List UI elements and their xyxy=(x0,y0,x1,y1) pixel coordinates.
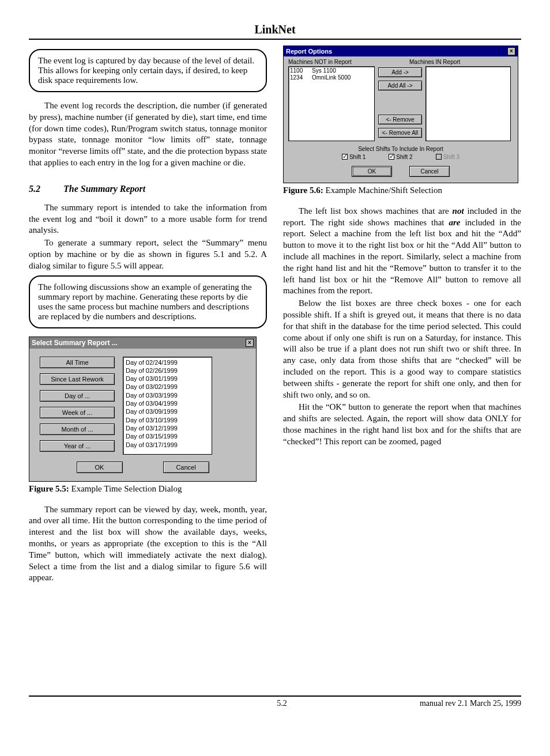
checkbox-icon xyxy=(389,154,394,160)
shift-2-checkbox[interactable]: Shift 2 xyxy=(389,153,412,160)
emphasis-not: not xyxy=(453,206,464,216)
shift-label: Shift 1 xyxy=(349,154,366,160)
list-item[interactable]: 1100 Sys 1100 xyxy=(290,67,373,74)
section-5-2-heading: 5.2The Summary Report xyxy=(29,184,267,194)
figure-5-5-caption: Figure 5.5: Example Time Selection Dialo… xyxy=(29,484,267,494)
time-list[interactable]: Day of 02/24/1999 Day of 02/26/1999 Day … xyxy=(123,357,212,455)
cancel-button[interactable]: Cancel xyxy=(163,462,209,473)
figure-label: Figure 5.5: xyxy=(29,484,69,493)
dialog-title: Report Options xyxy=(286,48,332,55)
list-item[interactable]: 1234 OmniLink 5000 xyxy=(290,74,373,81)
list-item[interactable]: Day of 03/03/1999 xyxy=(126,391,209,399)
callout-event-log: The event log is captured by day because… xyxy=(29,49,267,92)
para-generate-summary: To generate a summary report, select the… xyxy=(29,237,267,271)
page-footer: 5.2 manual rev 2.1 March 25, 1999 xyxy=(29,695,521,708)
machine-desc: OmniLink 5000 xyxy=(312,74,351,81)
shift-label: Shift 2 xyxy=(396,154,412,160)
shifts-label: Select Shifts To Include In Report xyxy=(284,146,518,152)
figure-text: Example Time Selection Dialog xyxy=(69,484,182,493)
para-summary-intent: The summary report is intended to take t… xyxy=(29,202,267,236)
list-item[interactable]: Day of 03/10/1999 xyxy=(126,416,209,424)
figure-5-6-caption: Figure 5.6: Example Machine/Shift Select… xyxy=(283,186,521,195)
header-rule xyxy=(29,39,521,40)
ok-button[interactable]: OK xyxy=(77,462,123,473)
list-item[interactable]: Day of 03/04/1999 xyxy=(126,399,209,407)
text: The left list box shows machines that ar… xyxy=(299,206,453,216)
checkbox-icon xyxy=(436,154,442,160)
list-item[interactable]: Day of 03/01/1999 xyxy=(126,375,209,383)
list-item[interactable]: Day of 03/09/1999 xyxy=(126,407,209,415)
page-number: 5.2 xyxy=(144,699,420,708)
cancel-button[interactable]: Cancel xyxy=(409,166,450,177)
select-summary-report-dialog: Select Summary Report ... × All Time Sin… xyxy=(29,337,257,482)
para-checkboxes: Below the list boxes are three check box… xyxy=(283,298,521,400)
figure-label: Figure 5.6: xyxy=(283,186,323,195)
remove-button[interactable]: <- Remove xyxy=(378,115,422,124)
text: included in the report. Select a machine… xyxy=(283,218,521,296)
dialog-titlebar[interactable]: Select Summary Report ... × xyxy=(29,337,256,349)
list-item[interactable]: Day of 03/15/1999 xyxy=(126,432,209,440)
manual-revision: manual rev 2.1 March 25, 1999 xyxy=(420,699,521,708)
remove-all-button[interactable]: <- Remove All xyxy=(378,128,422,138)
add-all-button[interactable]: Add All -> xyxy=(378,81,422,90)
page-title: LinkNet xyxy=(29,23,521,36)
day-of-button[interactable]: Day of ... xyxy=(40,390,115,402)
para-event-log-details: The event log records the description, d… xyxy=(29,100,267,169)
report-options-dialog: Report Options × Machines NOT in Report … xyxy=(283,46,518,183)
emphasis-are: are xyxy=(449,218,460,227)
year-of-button[interactable]: Year of ... xyxy=(40,440,115,452)
dialog-title: Select Summary Report ... xyxy=(32,339,118,347)
machine-id: 1100 xyxy=(290,67,306,74)
para-listboxes: The left list box shows machines that ar… xyxy=(283,206,521,297)
week-of-button[interactable]: Week of ... xyxy=(40,407,115,418)
section-number: 5.2 xyxy=(29,184,63,194)
list-item[interactable]: Day of 02/24/1999 xyxy=(126,358,209,366)
machines-not-in-report-list[interactable]: 1100 Sys 1100 1234 OmniLink 5000 xyxy=(288,66,375,141)
machines-in-report-list[interactable] xyxy=(425,66,511,141)
list-item[interactable]: Day of 03/12/1999 xyxy=(126,424,209,432)
close-icon[interactable]: × xyxy=(507,47,515,55)
ok-button[interactable]: OK xyxy=(352,166,392,177)
close-icon[interactable]: × xyxy=(246,339,254,347)
checkbox-icon xyxy=(342,154,348,160)
figure-text: Example Machine/Shift Selection xyxy=(323,186,442,195)
all-time-button[interactable]: All Time xyxy=(40,357,115,368)
section-title: The Summary Report xyxy=(63,184,145,194)
machine-desc: Sys 1100 xyxy=(312,67,336,74)
callout-example-note: The following discussions show an exampl… xyxy=(29,275,267,328)
not-in-report-label: Machines NOT in Report xyxy=(288,59,409,65)
para-view-by-period: The summary report can be viewed by day,… xyxy=(29,504,267,584)
list-item[interactable]: Day of 03/02/1999 xyxy=(126,383,209,391)
machine-id: 1234 xyxy=(290,74,306,81)
shift-label: Shift 3 xyxy=(443,154,459,160)
list-item[interactable]: Day of 02/26/1999 xyxy=(126,366,209,375)
list-item[interactable]: Day of 03/17/1999 xyxy=(126,441,209,449)
since-last-rework-button[interactable]: Since Last Rework xyxy=(40,373,115,385)
month-of-button[interactable]: Month of ... xyxy=(40,424,115,435)
shift-1-checkbox[interactable]: Shift 1 xyxy=(342,153,366,160)
in-report-label: Machines IN Report xyxy=(409,59,460,65)
para-ok-generate: Hit the “OK” button to generate the repo… xyxy=(283,402,521,447)
add-button[interactable]: Add -> xyxy=(378,67,422,77)
dialog-titlebar[interactable]: Report Options × xyxy=(284,46,518,56)
shift-3-checkbox: Shift 3 xyxy=(436,153,459,160)
